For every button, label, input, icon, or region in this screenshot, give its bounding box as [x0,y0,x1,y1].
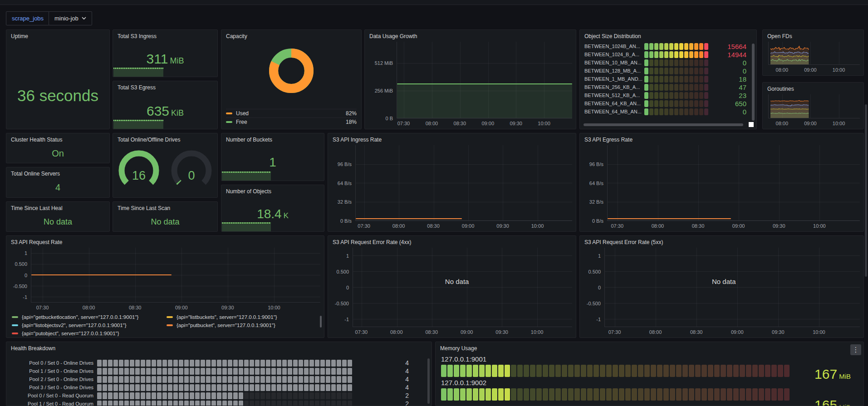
heatmap-cell[interactable] [694,100,698,107]
panel-title[interactable]: Total Online/Offline Drives [113,133,217,145]
heatmap-cell[interactable] [669,92,673,99]
heatmap-cell[interactable] [664,51,668,58]
heatmap-cell[interactable] [679,68,683,74]
heatmap-cell[interactable] [699,68,703,74]
heatmap-cell[interactable] [689,92,693,99]
panel-title[interactable]: Capacity [221,30,361,41]
s3-error-4xx-chart[interactable]: 10.5000-0.500-1No data07:3008:0008:3009:… [331,248,572,336]
heatmap-cell[interactable] [659,92,663,99]
heatmap-cell[interactable] [674,43,678,50]
heatmap-cell[interactable] [689,84,693,91]
panel-title[interactable]: Open FDs [763,30,863,41]
heatmap-cell[interactable] [694,68,698,74]
health-row-label[interactable]: Pool 2 / Set 0 - Online Drives [12,377,97,382]
heatmap-row-label[interactable]: BETWEEN_10_MB_AN... [584,60,644,65]
heatmap-cell[interactable] [704,76,708,83]
panel-title[interactable]: Goroutines [763,83,863,94]
heatmap-cell[interactable] [654,43,658,50]
heatmap-cell[interactable] [679,84,683,91]
heatmap-cell[interactable] [649,59,653,66]
heatmap-cell[interactable] [674,84,678,91]
panel-title[interactable]: Object Size Distribution [580,30,756,41]
heatmap-cell[interactable] [679,100,683,107]
heatmap-cell[interactable] [644,92,648,99]
heatmap-cell[interactable] [669,108,673,115]
heatmap-cell[interactable] [674,76,678,83]
heatmap-cell[interactable] [679,43,683,50]
heatmap-cell[interactable] [659,59,663,66]
heatmap-cell[interactable] [659,108,663,115]
panel-title[interactable]: S3 API Ingress Rate [328,133,576,145]
heatmap-cell[interactable] [694,59,698,66]
heatmap-cell[interactable] [684,76,688,83]
data-usage-growth-chart[interactable]: 512 MiB256 MiB0 B07:3008:0008:3009:0009:… [368,42,572,127]
heatmap-row-label[interactable]: BETWEEN_256_KB_A... [584,84,644,90]
heatmap-cell[interactable] [674,51,678,58]
panel-title[interactable]: S3 API Request Rate [6,236,324,247]
horizontal-scrollbar[interactable] [584,123,743,126]
heatmap-cell[interactable] [689,68,693,74]
job-select-dropdown[interactable]: minio-job [49,11,92,25]
heatmap-cell[interactable] [669,100,673,107]
heatmap-cell[interactable] [669,51,673,58]
legend-scrollbar[interactable] [320,316,322,328]
heatmap-cell[interactable] [699,43,703,50]
heatmap-cell[interactable] [644,68,648,74]
heatmap-cell[interactable] [689,76,693,83]
heatmap-cell[interactable] [704,43,708,50]
heatmap-cell[interactable] [689,108,693,115]
heatmap-cell[interactable] [689,51,693,58]
heatmap-cell[interactable] [644,59,648,66]
heatmap-cell[interactable] [679,108,683,115]
heatmap-cell[interactable] [684,92,688,99]
heatmap-cell[interactable] [689,100,693,107]
heatmap-cell[interactable] [679,76,683,83]
legend-item[interactable]: {api="putobject", server="127.0.0.1:9001… [12,329,163,337]
heatmap-cell[interactable] [684,84,688,91]
heatmap-cell[interactable] [669,76,673,83]
heatmap-cell[interactable] [649,76,653,83]
page-scrollbar[interactable] [865,104,867,277]
panel-title[interactable]: S3 API Request Error Rate (5xx) [580,236,863,247]
legend-item[interactable]: {api="getbucketlocation", server="127.0.… [12,313,163,321]
capacity-legend-row[interactable]: Used82% [226,109,357,117]
heatmap-row-label[interactable]: BETWEEN_1_MB_AND... [584,76,644,82]
heatmap-cell[interactable] [674,68,678,74]
heatmap-cell[interactable] [699,59,703,66]
heatmap-cell[interactable] [674,108,678,115]
vertical-scrollbar[interactable] [427,358,430,404]
heatmap-row-label[interactable]: BETWEEN_128_MB_A... [584,68,644,73]
legend-item[interactable]: {api="listbuckets", server="127.0.0.1:90… [167,313,318,321]
vertical-scrollbar[interactable] [752,44,755,121]
heatmap-cell[interactable] [689,43,693,50]
heatmap-cell[interactable] [669,59,673,66]
heatmap-cell[interactable] [674,59,678,66]
heatmap-cell[interactable] [694,43,698,50]
heatmap-cell[interactable] [694,92,698,99]
heatmap-cell[interactable] [669,68,673,74]
legend-item[interactable]: {api="putbucket", server="127.0.0.1:9001… [167,321,318,329]
heatmap-cell[interactable] [654,84,658,91]
panel-title[interactable]: S3 API Egress Rate [580,133,863,145]
heatmap-cell[interactable] [679,92,683,99]
s3-request-rate-chart[interactable]: 10.5000-0.500-107:3008:0008:3009:0009:30… [9,248,320,311]
heatmap-cell[interactable] [694,51,698,58]
heatmap-cell[interactable] [684,51,688,58]
heatmap-cell[interactable] [664,108,668,115]
heatmap-cell[interactable] [679,59,683,66]
s3-error-5xx-chart[interactable]: 10.5000-0.500-1No data07:3008:0008:3009:… [583,248,860,336]
health-row-label[interactable]: Pool 0 / Set 0 - Read Quorum [12,393,97,398]
heatmap-cell[interactable] [704,100,708,107]
heatmap-cell[interactable] [654,100,658,107]
heatmap-row-label[interactable]: BETWEEN_1024B_AN... [584,44,644,49]
heatmap-cell[interactable] [679,51,683,58]
heatmap-cell[interactable] [704,92,708,99]
heatmap-row-label[interactable]: BETWEEN_64_KB_AN... [584,101,644,106]
heatmap-cell[interactable] [664,76,668,83]
heatmap-cell[interactable] [664,43,668,50]
heatmap-cell[interactable] [644,76,648,83]
heatmap-cell[interactable] [684,68,688,74]
capacity-legend-row[interactable]: Free18% [226,117,357,126]
heatmap-row-label[interactable]: BETWEEN_512_KB_A... [584,93,644,98]
legend-item[interactable]: {api="listobjectsv2", server="127.0.0.1:… [12,321,163,329]
